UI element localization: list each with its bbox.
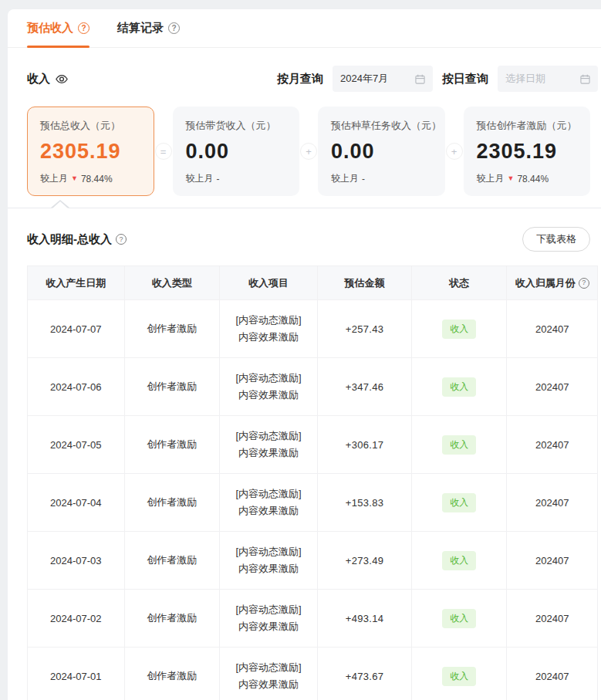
attribution-month-cell: 202407 xyxy=(507,648,598,700)
month-picker-input[interactable]: 2024年7月 xyxy=(333,66,433,92)
card-seeding-task-income[interactable]: 预估种草任务收入（元） 0.00 较上月 ▼ - xyxy=(318,107,445,196)
tab-estimated-income[interactable]: 预估收入 ? xyxy=(27,9,89,47)
income-detail-table: 收入产生日期 收入类型 收入项目 预估金额 状态 收入归属月份 ? 2024-0… xyxy=(27,265,598,700)
tab-bar: 预估收入 ? 结算记录 ? xyxy=(8,9,601,48)
change-value: 78.44% xyxy=(517,174,549,184)
summary-cards: 预估总收入（元） 2305.19 较上月 ▼ 78.44% = 预估带货收入（元… xyxy=(27,107,590,196)
calendar-icon xyxy=(415,74,425,84)
down-triangle-icon: ▼ xyxy=(508,175,515,182)
estimated-amount-cell: +347.46 xyxy=(318,358,412,416)
status-cell: 收入 xyxy=(412,300,507,358)
card-creator-incentive[interactable]: 预估创作者激励（元） 2305.19 较上月 ▼ 78.44% xyxy=(464,107,591,196)
compare-label: 较上月 xyxy=(331,172,359,185)
download-table-button[interactable]: 下载表格 xyxy=(522,227,590,252)
change-value: - xyxy=(217,174,220,184)
table-row: 2024-07-05 创作者激励 [内容动态激励]内容效果激励 +306.17 … xyxy=(28,416,598,474)
card-total-income[interactable]: 预估总收入（元） 2305.19 较上月 ▼ 78.44% xyxy=(27,107,154,196)
income-project-cell: [内容动态激励]内容效果激励 xyxy=(220,474,318,532)
toolbar: 收入 按月查询 2024年7月 按日查询 选择日期 xyxy=(27,65,598,93)
status-cell: 收入 xyxy=(412,416,507,474)
day-picker-input[interactable]: 选择日期 xyxy=(498,66,598,92)
compare-label: 较上月 xyxy=(477,172,505,185)
income-type-cell: 创作者激励 xyxy=(124,300,219,358)
status-cell: 收入 xyxy=(412,532,507,590)
income-type-cell: 创作者激励 xyxy=(124,358,219,416)
income-project-cell: [内容动态激励]内容效果激励 xyxy=(220,648,318,700)
compare-label: 较上月 xyxy=(40,172,68,185)
question-circle-icon[interactable]: ? xyxy=(168,22,180,34)
income-project-cell: [内容动态激励]内容效果激励 xyxy=(220,532,318,590)
income-date-cell: 2024-07-02 xyxy=(28,590,125,648)
card-label: 预估总收入（元） xyxy=(40,119,141,133)
attribution-month-cell: 202407 xyxy=(507,416,598,474)
attribution-month-cell: 202407 xyxy=(507,474,598,532)
status-badge: 收入 xyxy=(442,320,476,339)
status-cell: 收入 xyxy=(412,590,507,648)
income-date-cell: 2024-07-05 xyxy=(28,416,125,474)
eye-icon[interactable] xyxy=(55,74,69,84)
table-row: 2024-07-07 创作者激励 [内容动态激励]内容效果激励 +257.43 … xyxy=(28,300,598,358)
header-income-date: 收入产生日期 xyxy=(28,266,125,300)
tab-settlement-records[interactable]: 结算记录 ? xyxy=(117,9,180,47)
income-project-cell: [内容动态激励]内容效果激励 xyxy=(220,416,318,474)
estimated-amount-cell: +257.43 xyxy=(318,300,412,358)
card-value: 2305.19 xyxy=(40,140,141,164)
header-estimated-amount: 预估金额 xyxy=(318,266,412,300)
income-type-cell: 创作者激励 xyxy=(124,416,219,474)
income-heading-label: 收入 xyxy=(27,72,50,86)
day-query-label: 按日查询 xyxy=(442,72,488,86)
header-attribution-month: 收入归属月份 ? xyxy=(507,266,598,300)
status-cell: 收入 xyxy=(412,474,507,532)
status-badge: 收入 xyxy=(442,435,476,455)
income-date-cell: 2024-07-07 xyxy=(28,300,125,358)
card-value: 0.00 xyxy=(186,140,287,164)
card-comparison: 较上月 ▼ 78.44% xyxy=(477,172,578,185)
status-badge: 收入 xyxy=(442,493,476,512)
income-date-cell: 2024-07-03 xyxy=(28,532,125,590)
header-status: 状态 xyxy=(412,266,507,300)
income-type-cell: 创作者激励 xyxy=(124,474,219,532)
question-circle-icon[interactable]: ? xyxy=(78,22,89,34)
tab-label: 结算记录 xyxy=(117,21,164,36)
attribution-month-cell: 202407 xyxy=(507,590,598,648)
attribution-month-cell: 202407 xyxy=(507,532,598,590)
question-circle-icon[interactable]: ? xyxy=(579,278,589,289)
estimated-amount-cell: +153.83 xyxy=(318,474,412,532)
status-badge: 收入 xyxy=(442,551,476,570)
tab-label: 预估收入 xyxy=(27,21,73,36)
card-label: 预估种草任务收入（元） xyxy=(331,119,432,133)
table-header-row: 收入产生日期 收入类型 收入项目 预估金额 状态 收入归属月份 ? xyxy=(28,266,598,300)
question-circle-icon[interactable]: ? xyxy=(116,234,127,245)
status-badge: 收入 xyxy=(442,377,476,397)
status-badge: 收入 xyxy=(442,667,476,686)
equals-symbol: = xyxy=(154,107,173,196)
card-label: 预估创作者激励（元） xyxy=(477,119,578,133)
income-date-cell: 2024-07-01 xyxy=(28,648,125,700)
header-income-type: 收入类型 xyxy=(124,266,219,300)
card-value: 0.00 xyxy=(331,140,432,164)
income-project-cell: [内容动态激励]内容效果激励 xyxy=(220,590,318,648)
card-comparison: 较上月 ▼ 78.44% xyxy=(40,172,141,185)
table-row: 2024-07-06 创作者激励 [内容动态激励]内容效果激励 +347.46 … xyxy=(28,358,598,416)
table-row: 2024-07-04 创作者激励 [内容动态激励]内容效果激励 +153.83 … xyxy=(28,474,598,532)
income-heading: 收入 xyxy=(27,72,69,86)
income-type-cell: 创作者激励 xyxy=(124,648,219,700)
month-query-label: 按月查询 xyxy=(277,72,323,86)
status-badge: 收入 xyxy=(442,609,476,628)
detail-title-label: 收入明细-总收入 xyxy=(27,232,112,247)
card-comparison: 较上月 ▼ - xyxy=(186,172,287,185)
calendar-icon xyxy=(580,74,590,84)
estimated-amount-cell: +473.67 xyxy=(318,648,412,700)
content-panel: 预估收入 ? 结算记录 ? 收入 按月查询 2024年7月 按日查询 xyxy=(8,9,601,700)
card-commerce-income[interactable]: 预估带货收入（元） 0.00 较上月 ▼ - xyxy=(173,107,300,196)
plus-symbol: + xyxy=(299,107,318,196)
detail-section-header: 收入明细-总收入 ? 下载表格 xyxy=(27,227,590,252)
header-income-project: 收入项目 xyxy=(220,266,318,300)
income-date-cell: 2024-07-06 xyxy=(28,358,125,416)
income-project-cell: [内容动态激励]内容效果激励 xyxy=(220,300,318,358)
month-picker-value: 2024年7月 xyxy=(340,72,388,86)
query-controls: 按月查询 2024年7月 按日查询 选择日期 xyxy=(277,66,598,92)
card-comparison: 较上月 ▼ - xyxy=(331,172,432,185)
income-date-cell: 2024-07-04 xyxy=(28,474,125,532)
detail-title: 收入明细-总收入 ? xyxy=(27,232,127,247)
